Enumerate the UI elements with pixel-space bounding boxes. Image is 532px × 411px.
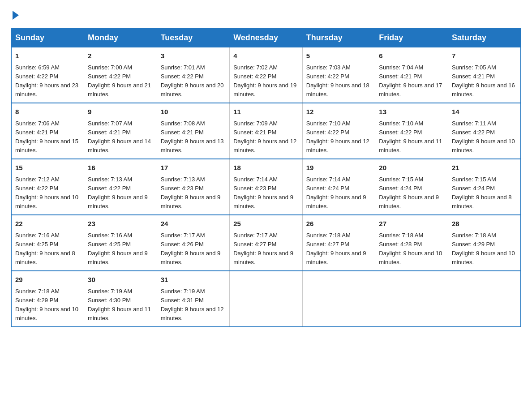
day-info: Sunrise: 7:16 AMSunset: 4:25 PMDaylight:… (15, 232, 75, 265)
day-info: Sunrise: 7:10 AMSunset: 4:22 PMDaylight:… (306, 120, 369, 154)
day-number: 1 (15, 51, 80, 61)
logo-arrow-icon (13, 11, 19, 20)
day-info: Sunrise: 7:00 AMSunset: 4:22 PMDaylight:… (88, 64, 151, 98)
day-number: 27 (379, 219, 444, 229)
calendar-cell: 20 Sunrise: 7:15 AMSunset: 4:24 PMDaylig… (375, 159, 448, 215)
day-info: Sunrise: 7:04 AMSunset: 4:21 PMDaylight:… (379, 64, 442, 98)
day-header-tuesday: Tuesday (157, 28, 230, 47)
day-number: 15 (15, 163, 80, 173)
day-info: Sunrise: 7:18 AMSunset: 4:29 PMDaylight:… (452, 232, 515, 265)
day-info: Sunrise: 7:17 AMSunset: 4:26 PMDaylight:… (161, 232, 221, 265)
day-info: Sunrise: 7:01 AMSunset: 4:22 PMDaylight:… (161, 64, 224, 98)
calendar-cell (448, 271, 521, 327)
day-info: Sunrise: 6:59 AMSunset: 4:22 PMDaylight:… (15, 64, 78, 98)
day-number: 18 (233, 163, 299, 173)
calendar-cell: 24 Sunrise: 7:17 AMSunset: 4:26 PMDaylig… (157, 215, 230, 271)
day-info: Sunrise: 7:08 AMSunset: 4:21 PMDaylight:… (161, 120, 224, 154)
day-info: Sunrise: 7:11 AMSunset: 4:22 PMDaylight:… (452, 120, 515, 154)
calendar-cell: 30 Sunrise: 7:19 AMSunset: 4:30 PMDaylig… (84, 271, 157, 327)
day-info: Sunrise: 7:18 AMSunset: 4:29 PMDaylight:… (15, 288, 78, 321)
day-info: Sunrise: 7:14 AMSunset: 4:24 PMDaylight:… (306, 176, 366, 210)
day-number: 30 (88, 275, 153, 285)
calendar-cell: 2 Sunrise: 7:00 AMSunset: 4:22 PMDayligh… (84, 47, 157, 103)
day-info: Sunrise: 7:16 AMSunset: 4:25 PMDaylight:… (88, 232, 148, 265)
calendar-week-row: 22 Sunrise: 7:16 AMSunset: 4:25 PMDaylig… (11, 215, 521, 271)
calendar-cell: 27 Sunrise: 7:18 AMSunset: 4:28 PMDaylig… (375, 215, 448, 271)
calendar-cell: 17 Sunrise: 7:13 AMSunset: 4:23 PMDaylig… (157, 159, 230, 215)
calendar-cell: 28 Sunrise: 7:18 AMSunset: 4:29 PMDaylig… (448, 215, 521, 271)
calendar-cell: 25 Sunrise: 7:17 AMSunset: 4:27 PMDaylig… (230, 215, 303, 271)
calendar-cell: 4 Sunrise: 7:02 AMSunset: 4:22 PMDayligh… (230, 47, 303, 103)
day-number: 19 (306, 163, 372, 173)
logo (11, 11, 19, 20)
day-number: 20 (379, 163, 444, 173)
calendar-cell: 31 Sunrise: 7:19 AMSunset: 4:31 PMDaylig… (157, 271, 230, 327)
calendar-cell (375, 271, 448, 327)
day-info: Sunrise: 7:18 AMSunset: 4:28 PMDaylight:… (379, 232, 442, 265)
calendar-cell: 26 Sunrise: 7:18 AMSunset: 4:27 PMDaylig… (302, 215, 375, 271)
calendar-header-row: SundayMondayTuesdayWednesdayThursdayFrid… (11, 28, 521, 47)
day-info: Sunrise: 7:13 AMSunset: 4:23 PMDaylight:… (161, 176, 221, 210)
day-number: 17 (161, 163, 226, 173)
day-info: Sunrise: 7:07 AMSunset: 4:21 PMDaylight:… (88, 120, 151, 154)
day-number: 31 (161, 275, 226, 285)
day-header-monday: Monday (84, 28, 157, 47)
day-number: 28 (452, 219, 517, 229)
day-info: Sunrise: 7:10 AMSunset: 4:22 PMDaylight:… (379, 120, 442, 154)
day-number: 7 (452, 51, 517, 61)
day-number: 4 (233, 51, 299, 61)
calendar-cell (302, 271, 375, 327)
calendar-cell: 10 Sunrise: 7:08 AMSunset: 4:21 PMDaylig… (157, 103, 230, 159)
calendar-cell: 5 Sunrise: 7:03 AMSunset: 4:22 PMDayligh… (302, 47, 375, 103)
day-number: 3 (161, 51, 226, 61)
calendar-cell: 16 Sunrise: 7:13 AMSunset: 4:22 PMDaylig… (84, 159, 157, 215)
day-number: 12 (306, 107, 372, 117)
day-info: Sunrise: 7:09 AMSunset: 4:21 PMDaylight:… (233, 120, 296, 154)
day-number: 14 (452, 107, 517, 117)
day-info: Sunrise: 7:12 AMSunset: 4:22 PMDaylight:… (15, 176, 78, 210)
day-header-saturday: Saturday (448, 28, 521, 47)
day-number: 9 (88, 107, 153, 117)
day-info: Sunrise: 7:19 AMSunset: 4:31 PMDaylight:… (161, 288, 224, 321)
day-number: 29 (15, 275, 80, 285)
calendar-week-row: 15 Sunrise: 7:12 AMSunset: 4:22 PMDaylig… (11, 159, 521, 215)
day-info: Sunrise: 7:05 AMSunset: 4:21 PMDaylight:… (452, 64, 515, 98)
day-info: Sunrise: 7:15 AMSunset: 4:24 PMDaylight:… (452, 176, 512, 210)
day-number: 6 (379, 51, 444, 61)
day-info: Sunrise: 7:19 AMSunset: 4:30 PMDaylight:… (88, 288, 151, 321)
day-info: Sunrise: 7:14 AMSunset: 4:23 PMDaylight:… (233, 176, 293, 210)
calendar-cell: 21 Sunrise: 7:15 AMSunset: 4:24 PMDaylig… (448, 159, 521, 215)
day-number: 24 (161, 219, 226, 229)
day-info: Sunrise: 7:13 AMSunset: 4:22 PMDaylight:… (88, 176, 148, 210)
day-header-friday: Friday (375, 28, 448, 47)
calendar-cell: 8 Sunrise: 7:06 AMSunset: 4:21 PMDayligh… (11, 103, 84, 159)
calendar-cell: 29 Sunrise: 7:18 AMSunset: 4:29 PMDaylig… (11, 271, 84, 327)
calendar-week-row: 29 Sunrise: 7:18 AMSunset: 4:29 PMDaylig… (11, 271, 521, 327)
day-header-sunday: Sunday (11, 28, 84, 47)
day-number: 11 (233, 107, 299, 117)
day-info: Sunrise: 7:02 AMSunset: 4:22 PMDaylight:… (233, 64, 296, 98)
day-number: 2 (88, 51, 153, 61)
day-number: 25 (233, 219, 299, 229)
calendar-cell: 14 Sunrise: 7:11 AMSunset: 4:22 PMDaylig… (448, 103, 521, 159)
calendar-cell (230, 271, 303, 327)
day-number: 13 (379, 107, 444, 117)
day-info: Sunrise: 7:18 AMSunset: 4:27 PMDaylight:… (306, 232, 366, 265)
calendar-cell: 12 Sunrise: 7:10 AMSunset: 4:22 PMDaylig… (302, 103, 375, 159)
day-header-thursday: Thursday (302, 28, 375, 47)
day-number: 26 (306, 219, 372, 229)
calendar-cell: 11 Sunrise: 7:09 AMSunset: 4:21 PMDaylig… (230, 103, 303, 159)
calendar-cell: 19 Sunrise: 7:14 AMSunset: 4:24 PMDaylig… (302, 159, 375, 215)
day-number: 22 (15, 219, 80, 229)
calendar-cell: 3 Sunrise: 7:01 AMSunset: 4:22 PMDayligh… (157, 47, 230, 103)
calendar-cell: 18 Sunrise: 7:14 AMSunset: 4:23 PMDaylig… (230, 159, 303, 215)
calendar-week-row: 1 Sunrise: 6:59 AMSunset: 4:22 PMDayligh… (11, 47, 521, 103)
day-info: Sunrise: 7:15 AMSunset: 4:24 PMDaylight:… (379, 176, 439, 210)
calendar-table: SundayMondayTuesdayWednesdayThursdayFrid… (11, 28, 521, 327)
calendar-cell: 9 Sunrise: 7:07 AMSunset: 4:21 PMDayligh… (84, 103, 157, 159)
calendar-cell: 1 Sunrise: 6:59 AMSunset: 4:22 PMDayligh… (11, 47, 84, 103)
calendar-cell: 15 Sunrise: 7:12 AMSunset: 4:22 PMDaylig… (11, 159, 84, 215)
calendar-cell: 7 Sunrise: 7:05 AMSunset: 4:21 PMDayligh… (448, 47, 521, 103)
page-header (11, 11, 521, 20)
day-info: Sunrise: 7:17 AMSunset: 4:27 PMDaylight:… (233, 232, 293, 265)
